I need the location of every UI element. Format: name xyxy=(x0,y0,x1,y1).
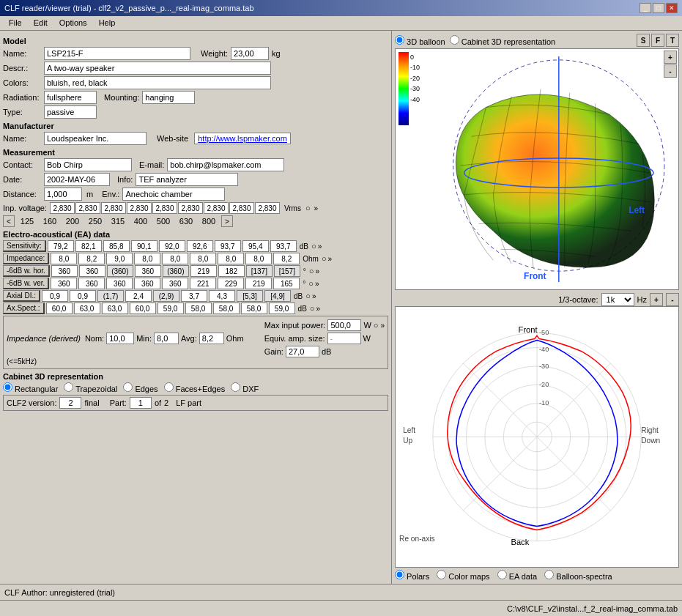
measurement-date-row: Date: Info: xyxy=(3,173,388,186)
clf-version-input[interactable] xyxy=(59,397,81,409)
di6: 4,3 xyxy=(209,290,235,302)
sensitivity-btn[interactable]: Sensitivity: xyxy=(3,240,46,252)
env-input[interactable] xyxy=(122,188,225,201)
cabinet-rectangular[interactable]: Rectangular xyxy=(3,382,58,393)
email-input[interactable] xyxy=(167,158,284,171)
radio-ea-data[interactable]: EA data xyxy=(497,570,538,581)
svg-text:-10: -10 xyxy=(539,399,549,407)
left-panel: Model Name: Weight: kg Descr.: Colors: R… xyxy=(0,31,392,584)
menu-help[interactable]: Help xyxy=(93,18,122,29)
sp-more[interactable]: » xyxy=(316,305,320,313)
freq-next-btn[interactable]: > xyxy=(221,215,233,227)
imp-radio[interactable]: ○ xyxy=(322,254,327,263)
menu-file[interactable]: File xyxy=(3,18,28,29)
octave-select[interactable]: 1k 500 2k xyxy=(601,293,634,306)
sens-6: 93,7 xyxy=(215,240,241,252)
balloon-area: 0 -10 -20 -30 -40 + - xyxy=(395,48,679,290)
main-container: Model Name: Weight: kg Descr.: Colors: R… xyxy=(0,31,682,584)
date-label: Date: xyxy=(3,175,41,184)
polar-zoom-out[interactable]: - xyxy=(666,293,679,306)
colorbar-labels: 0 -10 -20 -30 -40 xyxy=(410,52,420,105)
min-input[interactable] xyxy=(154,333,179,344)
contact-input[interactable] xyxy=(44,158,132,171)
sp-radio[interactable]: ○ xyxy=(310,304,315,313)
gain-unit: dB xyxy=(322,347,331,356)
vrms-radio[interactable]: ○ xyxy=(305,204,311,212)
balloon-radio-cabinet[interactable]: Cabinet 3D representation xyxy=(450,35,555,46)
sens-more[interactable]: » xyxy=(318,242,322,251)
gain-input[interactable] xyxy=(286,346,319,357)
impedance-btn[interactable]: Impedance: xyxy=(3,253,49,264)
descr-input[interactable] xyxy=(44,62,271,75)
balloon-f-btn[interactable]: F xyxy=(651,34,664,47)
type-input[interactable] xyxy=(44,105,97,119)
email-label: E-mail: xyxy=(139,160,164,169)
balloon-t-btn[interactable]: T xyxy=(666,34,679,47)
menu-options[interactable]: Options xyxy=(53,18,93,29)
radiation-input[interactable] xyxy=(44,91,97,104)
radio-color-maps[interactable]: Color maps xyxy=(437,570,489,581)
v7: 219 xyxy=(245,278,272,289)
ax-spect-btn[interactable]: Ax.Spect.: xyxy=(3,303,45,314)
model-name-label: Name: xyxy=(3,49,41,58)
v8: 165 xyxy=(273,278,300,289)
vrms-more[interactable]: » xyxy=(314,204,319,212)
info-input[interactable] xyxy=(136,173,238,186)
minimize-button[interactable]: _ xyxy=(640,3,651,13)
manufacturer-name-row: Name: Web-site http://www.lspmaker.com xyxy=(3,132,388,145)
contact-label: Contact: xyxy=(3,160,41,169)
measurement-section-title: Measurement xyxy=(3,148,388,157)
di5: 3,7 xyxy=(181,290,207,302)
colors-input[interactable] xyxy=(44,76,271,89)
di-more[interactable]: » xyxy=(312,292,316,300)
balloon-zoom-out[interactable]: - xyxy=(664,64,677,78)
date-input[interactable] xyxy=(44,173,110,186)
cabinet-dxf[interactable]: DXF xyxy=(231,382,259,393)
h-radio[interactable]: ○ xyxy=(309,267,314,275)
nom-input[interactable] xyxy=(106,333,134,344)
imp-more[interactable]: » xyxy=(328,255,333,263)
close-button[interactable]: ✕ xyxy=(666,3,678,13)
v-radio[interactable]: ○ xyxy=(308,279,314,288)
polar-zoom-in[interactable]: + xyxy=(650,293,663,306)
part-input[interactable] xyxy=(130,397,152,409)
sens-radio[interactable]: ○ xyxy=(311,242,316,251)
website-link[interactable]: http://www.lspmaker.com xyxy=(194,133,291,144)
mfr-name-input[interactable] xyxy=(44,132,147,145)
radio-balloon-spectra[interactable]: Balloon-spectra xyxy=(544,570,612,581)
max-power-radio[interactable]: ○ xyxy=(374,321,379,330)
di-radio[interactable]: ○ xyxy=(305,292,311,300)
svg-text:-20: -20 xyxy=(539,381,549,388)
sp0: 60,0 xyxy=(46,303,73,314)
v0: 360 xyxy=(51,278,77,289)
axial-di-btn[interactable]: Axial DI.: xyxy=(3,290,40,302)
sixdb-hor-btn[interactable]: -6dB w. hor. xyxy=(3,265,50,277)
mounting-input[interactable] xyxy=(142,91,195,104)
version-bar: CLF2 version: final Part: of 2 LF part xyxy=(3,395,388,411)
max-power-more[interactable]: » xyxy=(380,322,385,330)
maximize-button[interactable]: □ xyxy=(653,3,664,13)
max-power-input[interactable] xyxy=(327,319,361,331)
sixdb-ver-btn[interactable]: -6dB w. ver. xyxy=(3,278,49,289)
h5: 219 xyxy=(190,265,217,277)
cabinet-trapezoidal[interactable]: Trapezoidal xyxy=(64,382,117,393)
svg-text:Front: Front xyxy=(519,325,538,334)
sp1: 63,0 xyxy=(74,303,100,314)
h-more[interactable]: » xyxy=(315,267,319,275)
v-more[interactable]: » xyxy=(315,280,319,288)
equiv-input[interactable] xyxy=(327,333,361,344)
weight-input[interactable] xyxy=(231,47,269,60)
cabinet-edges[interactable]: Edges xyxy=(123,382,157,393)
radio-polars[interactable]: Polars xyxy=(395,570,429,581)
balloon-s-btn[interactable]: S xyxy=(637,34,650,47)
model-name-input[interactable] xyxy=(44,47,190,60)
avg-input[interactable] xyxy=(199,333,224,344)
balloon-zoom-in[interactable]: + xyxy=(664,51,677,64)
imp-0: 8,0 xyxy=(51,253,77,264)
freq-prev-btn[interactable]: < xyxy=(3,215,15,227)
octave-unit: Hz xyxy=(637,295,647,304)
balloon-radio-3d[interactable]: 3D balloon xyxy=(395,35,445,46)
menu-edit[interactable]: Edit xyxy=(28,18,53,29)
distance-input[interactable] xyxy=(44,188,82,201)
cabinet-faces-edges[interactable]: Faces+Edges xyxy=(164,382,226,393)
